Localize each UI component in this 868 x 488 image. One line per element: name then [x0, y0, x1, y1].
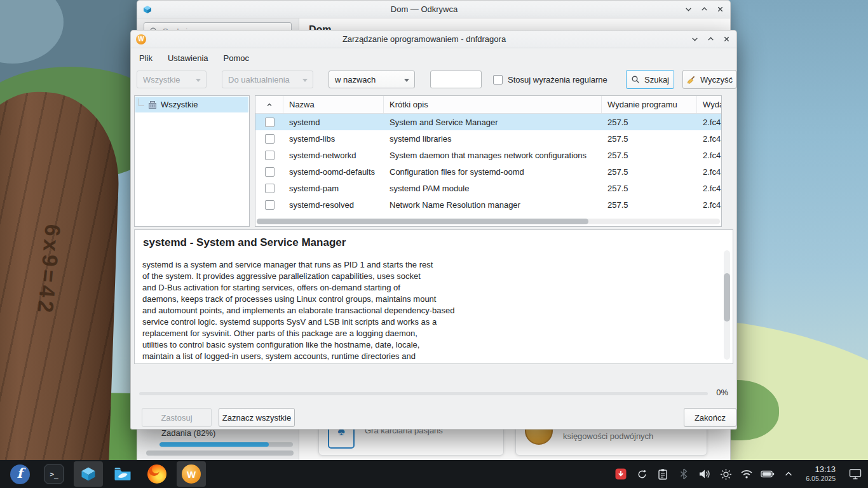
menubar: Plik Ustawienia Pomoc [131, 48, 736, 67]
tray-expander-chevron-icon[interactable] [781, 466, 796, 482]
package-row-systemd-oomd-defaults[interactable]: systemd-oomd-defaults Configuration file… [255, 163, 721, 180]
status-filter-dropdown[interactable]: Do uaktualnienia [222, 71, 313, 88]
package-summary-cell: Configuration files for systemd-oomd [384, 163, 602, 180]
show-desktop-icon[interactable] [848, 466, 863, 482]
details-line: of the system. It provides aggressive pa… [142, 271, 725, 282]
package-row-systemd-libs[interactable]: systemd-libs systemd libraries 257.5 2.f… [255, 130, 721, 147]
details-heading: systemd - System and Service Manager [143, 236, 725, 249]
scrollbar-thumb[interactable] [257, 219, 588, 224]
column-header-name[interactable]: Nazwa [283, 96, 384, 113]
battery-icon[interactable] [760, 466, 775, 482]
sync-arrows-icon[interactable] [634, 466, 649, 482]
package-summary-cell: System and Service Manager [384, 114, 602, 130]
menu-ustawienia[interactable]: Ustawienia [166, 51, 210, 65]
clear-button[interactable]: Wyczyść [682, 70, 736, 89]
tree-branch-line [139, 98, 144, 106]
package-release-cell: 2.fc42 [697, 130, 721, 147]
app-launcher-fedora[interactable]: f [5, 461, 34, 487]
quit-button[interactable]: Zakończ [684, 408, 736, 427]
package-row-systemd-pam[interactable]: systemd-pam systemd PAM module 257.5 2.f… [255, 180, 721, 196]
column-header-version[interactable]: Wydanie programu [602, 96, 697, 113]
scrollbar-thumb[interactable] [724, 273, 730, 322]
search-in-dropdown[interactable]: w nazwach [329, 71, 415, 88]
discover-titlebar[interactable]: Dom — Odkrywca [137, 1, 730, 18]
details-line: and automount points, and implements an … [142, 305, 725, 316]
column-header-select[interactable] [255, 96, 283, 113]
clock-date: 6.05.2025 [806, 474, 836, 484]
sort-ascending-icon [266, 102, 273, 108]
package-version-cell: 257.5 [602, 180, 697, 196]
dnfdragora-titlebar[interactable]: W Zarządzanie oprogramowaniem - dnfdrago… [131, 30, 736, 48]
wifi-icon[interactable] [739, 466, 754, 482]
taskbar-dnfdragora[interactable]: W [177, 461, 206, 487]
chevron-down-icon [404, 79, 409, 82]
night-light-icon[interactable] [718, 466, 733, 482]
package-name-cell: systemd-pam [283, 180, 384, 196]
package-name-cell: systemd [283, 114, 384, 130]
row-checkbox[interactable] [265, 184, 275, 193]
row-checkbox[interactable] [265, 118, 275, 127]
taskbar-dolphin[interactable] [108, 461, 137, 487]
dnfdragora-window: W Zarządzanie oprogramowaniem - dnfdrago… [130, 30, 737, 430]
menu-plik[interactable]: Plik [138, 51, 154, 65]
details-line: service control logic. systemd supports … [142, 316, 725, 328]
column-header-release[interactable]: Wydanie [697, 96, 721, 113]
select-all-button[interactable]: Zaznacz wszystkie [219, 408, 295, 427]
package-summary-cell: systemd PAM module [384, 180, 602, 196]
regex-option[interactable]: Stosuj wyrażenia regularne [493, 71, 607, 88]
bluetooth-icon[interactable] [676, 466, 691, 482]
package-table: Nazwa Krótki opis Wydanie programu Wydan… [255, 95, 722, 227]
column-header-summary[interactable]: Krótki opis [384, 96, 602, 113]
package-search-input[interactable] [430, 71, 482, 88]
regex-label: Stosuj wyrażenia regularne [508, 75, 607, 85]
taskbar-discover[interactable] [74, 461, 103, 487]
discover-tasks-label: Zadania (82%) [161, 428, 215, 438]
discover-minimize-button[interactable] [683, 4, 693, 15]
package-release-cell: 2.fc42 [697, 180, 721, 196]
tree-item-all[interactable]: Wszystkie [135, 97, 248, 112]
search-button[interactable]: Szukaj [626, 70, 674, 89]
discover-maximize-button[interactable] [699, 4, 709, 15]
clipboard-icon[interactable] [655, 466, 670, 482]
row-checkbox[interactable] [265, 200, 275, 210]
menu-pomoc[interactable]: Pomoc [222, 51, 250, 65]
details-line: replacement for sysvinit. Other parts of… [142, 328, 725, 339]
table-horizontal-scrollbar[interactable] [257, 219, 720, 224]
package-row-systemd-resolved[interactable]: systemd-resolved Network Name Resolution… [255, 196, 721, 213]
row-checkbox[interactable] [265, 167, 275, 177]
dnf-maximize-button[interactable] [705, 34, 715, 44]
fedora-logo-icon: f [10, 464, 30, 484]
discover-close-button[interactable] [715, 4, 725, 15]
details-line: maintain a list of logged-in users, syst… [142, 351, 725, 362]
package-version-cell: 257.5 [602, 147, 697, 163]
dnf-minimize-button[interactable] [689, 34, 700, 44]
packages-group-icon [148, 100, 157, 109]
package-name-cell: systemd-oomd-defaults [283, 163, 384, 180]
regex-checkbox[interactable] [493, 75, 503, 85]
package-details-panel: systemd - System and Service Manager sys… [134, 229, 733, 364]
dnfdragora-app-icon: W [136, 34, 146, 44]
taskbar-konsole[interactable]: >_ [39, 461, 69, 487]
taskbar-firefox[interactable] [142, 461, 172, 487]
package-summary-cell: System daemon that manages network confi… [384, 147, 602, 163]
row-checkbox[interactable] [265, 151, 275, 160]
clock[interactable]: 13:13 6.05.2025 [806, 464, 836, 484]
discover-icon [79, 465, 97, 483]
package-row-systemd[interactable]: systemd System and Service Manager 257.5… [255, 114, 721, 130]
package-row-systemd-networkd[interactable]: systemd-networkd System daemon that mana… [255, 147, 721, 163]
tree-item-label: Wszystkie [161, 100, 198, 109]
dnf-close-button[interactable] [721, 34, 731, 44]
groups-filter-dropdown[interactable]: Wszystkie [137, 71, 207, 88]
package-version-cell: 257.5 [602, 196, 697, 213]
package-name-cell: systemd-resolved [283, 196, 384, 213]
volume-icon[interactable] [697, 466, 712, 482]
progress-percent: 0% [716, 388, 728, 397]
package-name-cell: systemd-networkd [283, 147, 384, 163]
package-version-cell: 257.5 [602, 163, 697, 180]
details-vertical-scrollbar[interactable] [724, 250, 730, 360]
discover-sidebar-scrollbar[interactable] [146, 451, 294, 456]
row-checkbox[interactable] [265, 134, 275, 144]
apply-button[interactable]: Zastosuj [142, 408, 212, 427]
updates-available-icon[interactable] [613, 466, 628, 482]
dnfdragora-icon: W [182, 464, 201, 484]
